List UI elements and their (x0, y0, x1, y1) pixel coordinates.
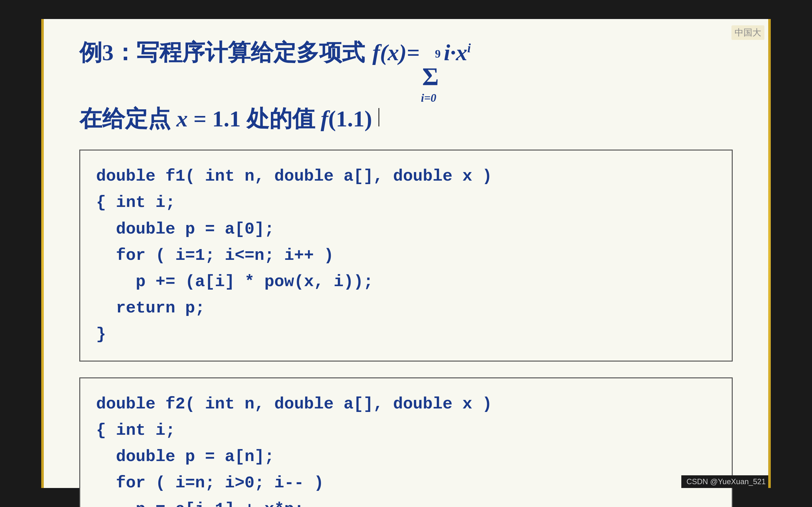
code1-line6: return p; (96, 295, 716, 321)
csdn-badge: CSDN @YueXuan_521 (681, 475, 771, 488)
code1-line3: double p = a[0]; (96, 216, 716, 242)
code2-line1: double f2( int n, double a[], double x ) (96, 391, 716, 417)
code2-line5: p = a[i-1] + x*p; (96, 496, 716, 507)
title-line2-text: 在给定点 x = 1.1 处的值 f(1.1) (79, 104, 372, 134)
code-box-2: double f2( int n, double a[], double x )… (79, 377, 733, 507)
sigma-symbol: Σ (422, 64, 439, 89)
sigma-sup: 9 (435, 47, 441, 61)
slide: 中国大 例3：写程序计算给定多项式 f ( x )= 9 Σ i=0 (41, 19, 771, 488)
title-prefix: 例3：写程序计算给定多项式 (79, 38, 365, 68)
sigma-sub: i=0 (421, 91, 437, 106)
watermark: 中国大 (731, 25, 764, 40)
sigma-body: i·xi (444, 38, 471, 68)
math-formula: f ( x )= 9 Σ i=0 i·xi (372, 38, 471, 104)
title-line2: 在给定点 x = 1.1 处的值 f(1.1) (79, 104, 733, 134)
code2-line4: for ( i=n; i>0; i-- ) (96, 470, 716, 496)
code1-line1: double f1( int n, double a[], double x ) (96, 163, 716, 189)
content: 例3：写程序计算给定多项式 f ( x )= 9 Σ i=0 i·xi (41, 19, 771, 507)
title-section: 例3：写程序计算给定多项式 f ( x )= 9 Σ i=0 i·xi (79, 38, 733, 134)
fx-label: f (372, 38, 380, 68)
code1-line7: } (96, 321, 716, 348)
cursor (378, 108, 379, 126)
paren-close: )= (399, 38, 420, 68)
title-line1: 例3：写程序计算给定多项式 f ( x )= 9 Σ i=0 i·xi (79, 38, 733, 104)
code1-line5: p += (a[i] * pow(x, i)); (96, 269, 716, 295)
x-var: x (388, 38, 399, 68)
code1-line4: for ( i=1; i<=n; i++ ) (96, 242, 716, 269)
code-boxes: double f1( int n, double a[], double x )… (79, 150, 733, 507)
code1-line2: { int i; (96, 189, 716, 216)
code2-line3: double p = a[n]; (96, 444, 716, 470)
sigma-notation: 9 Σ i=0 (422, 49, 439, 104)
code-box-1: double f1( int n, double a[], double x )… (79, 150, 733, 361)
paren-x: ( (380, 38, 388, 68)
code2-line2: { int i; (96, 417, 716, 444)
